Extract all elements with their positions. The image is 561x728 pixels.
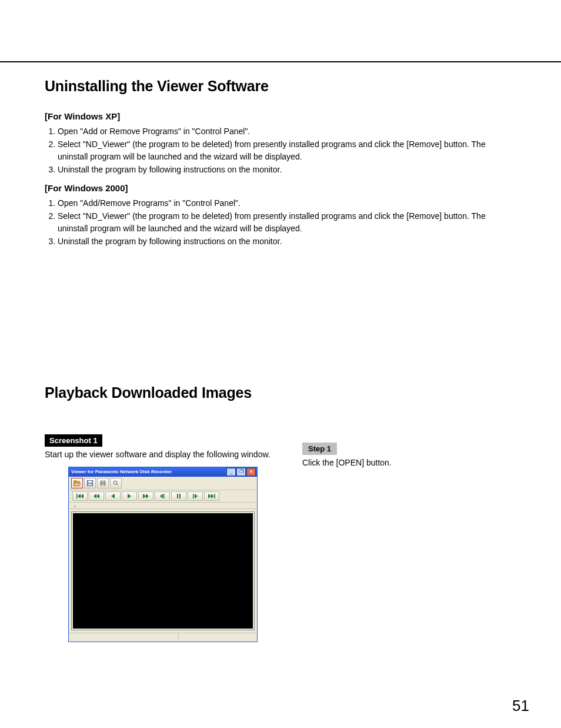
- svg-marker-24: [195, 494, 198, 498]
- svg-rect-22: [179, 494, 181, 498]
- svg-marker-16: [128, 494, 131, 498]
- svg-marker-19: [160, 494, 163, 498]
- print-icon[interactable]: [97, 478, 109, 488]
- screenshot-badge: Screenshot 1: [45, 434, 102, 447]
- svg-rect-10: [76, 494, 78, 498]
- back-icon[interactable]: [105, 491, 121, 501]
- svg-marker-18: [146, 494, 149, 498]
- skip-forward-icon[interactable]: [204, 491, 219, 501]
- maximize-icon[interactable]: ❐: [236, 468, 246, 476]
- rewind-icon[interactable]: [89, 491, 104, 501]
- svg-rect-27: [215, 494, 216, 498]
- svg-rect-7: [101, 484, 105, 486]
- zoom-icon[interactable]: [110, 478, 122, 488]
- svg-marker-13: [94, 494, 96, 498]
- video-area: [73, 513, 253, 629]
- svg-marker-11: [78, 494, 81, 498]
- window-title: Viewer for Panasonic Network Disk Record…: [71, 469, 172, 474]
- titlebar: Viewer for Panasonic Network Disk Record…: [69, 467, 257, 477]
- save-icon[interactable]: [84, 478, 96, 488]
- play-icon[interactable]: [122, 491, 137, 501]
- open-icon[interactable]: [71, 478, 83, 488]
- svg-marker-12: [81, 494, 84, 498]
- svg-line-9: [116, 484, 118, 486]
- close-icon[interactable]: ✕: [246, 468, 256, 476]
- video-frame: [71, 511, 255, 630]
- steps-list-xp: Open "Add or Remove Programs" in "Contro…: [45, 125, 516, 176]
- svg-rect-3: [88, 481, 92, 483]
- fast-forward-icon[interactable]: [138, 491, 153, 501]
- list-item: Select "ND_Viewer" (the program to be de…: [58, 138, 516, 163]
- svg-rect-1: [74, 480, 76, 482]
- steps-list-w2k: Open "Add/Remove Programs" in "Control P…: [45, 197, 516, 248]
- svg-marker-26: [211, 494, 214, 498]
- skip-back-icon[interactable]: [72, 491, 88, 501]
- svg-marker-17: [143, 494, 146, 498]
- page-number: 51: [512, 697, 529, 715]
- subheading-xp: [For Windows XP]: [45, 111, 516, 121]
- subheading-w2k: [For Windows 2000]: [45, 183, 516, 193]
- section-title-uninstall: Uninstalling the Viewer Software: [45, 78, 516, 95]
- list-item: Uninstall the program by following instr…: [58, 163, 516, 176]
- pause-icon[interactable]: [171, 491, 186, 501]
- svg-rect-21: [177, 494, 178, 498]
- svg-rect-5: [101, 482, 105, 484]
- svg-rect-6: [101, 480, 105, 482]
- svg-marker-25: [208, 494, 211, 498]
- minimize-icon[interactable]: _: [226, 468, 236, 476]
- svg-marker-15: [111, 494, 115, 498]
- viewer-window: Viewer for Panasonic Network Disk Record…: [68, 467, 258, 642]
- section-title-playback: Playback Downloaded Images: [45, 384, 516, 401]
- list-item: Open "Add/Remove Programs" in "Control P…: [58, 197, 516, 210]
- svg-rect-23: [193, 494, 194, 498]
- svg-rect-20: [163, 494, 165, 498]
- step-back-icon[interactable]: [155, 491, 170, 501]
- list-item: Uninstall the program by following instr…: [58, 235, 516, 248]
- timeline-bar[interactable]: [69, 503, 257, 509]
- list-item: Open "Add or Remove Programs" in "Contro…: [58, 125, 516, 138]
- screenshot-caption: Start up the viewer software and display…: [45, 449, 286, 461]
- step-text: Click the [OPEN] button.: [302, 457, 516, 469]
- status-bar: [69, 633, 257, 641]
- playback-bar: [69, 490, 257, 503]
- list-item: Select "ND_Viewer" (the program to be de…: [58, 210, 516, 235]
- step-badge: Step 1: [302, 443, 337, 455]
- svg-marker-14: [96, 494, 99, 498]
- svg-rect-4: [88, 484, 92, 486]
- step-forward-icon[interactable]: [188, 491, 203, 501]
- toolbar: [69, 477, 257, 490]
